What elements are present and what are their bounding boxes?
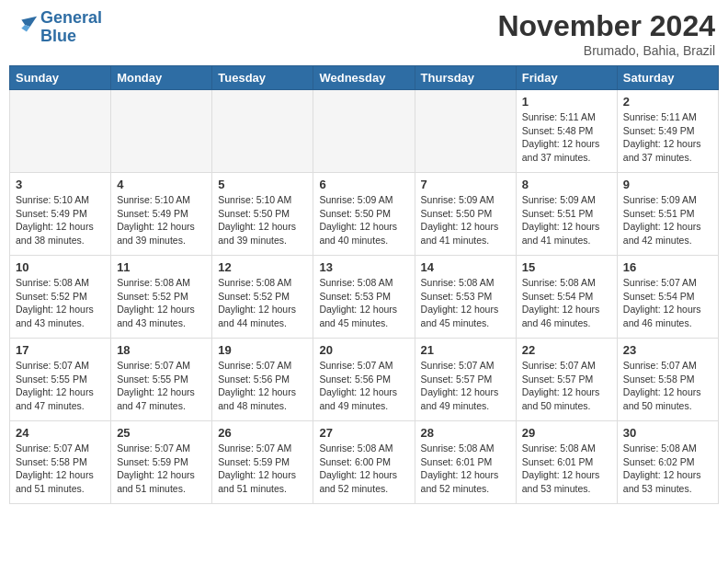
day-info: Sunrise: 5:10 AM Sunset: 5:49 PM Dayligh…: [117, 193, 206, 247]
logo-line2: Blue: [40, 28, 102, 46]
day-info: Sunrise: 5:07 AM Sunset: 5:54 PM Dayligh…: [623, 276, 712, 330]
day-info: Sunrise: 5:07 AM Sunset: 5:55 PM Dayligh…: [16, 359, 105, 413]
day-number: 25: [117, 426, 206, 440]
calendar-cell: 13Sunrise: 5:08 AM Sunset: 5:53 PM Dayli…: [313, 256, 415, 339]
calendar-cell: 2Sunrise: 5:11 AM Sunset: 5:49 PM Daylig…: [617, 90, 718, 173]
calendar-cell: 7Sunrise: 5:09 AM Sunset: 5:50 PM Daylig…: [415, 173, 516, 256]
day-info: Sunrise: 5:08 AM Sunset: 6:01 PM Dayligh…: [421, 442, 510, 496]
day-info: Sunrise: 5:07 AM Sunset: 5:56 PM Dayligh…: [319, 359, 408, 413]
month-title: November 2024: [497, 9, 715, 43]
week-row-2: 3Sunrise: 5:10 AM Sunset: 5:49 PM Daylig…: [10, 173, 719, 256]
week-row-1: 1Sunrise: 5:11 AM Sunset: 5:48 PM Daylig…: [10, 90, 719, 173]
page-header: General Blue November 2024 Brumado, Bahi…: [9, 9, 719, 58]
calendar-cell: 28Sunrise: 5:08 AM Sunset: 6:01 PM Dayli…: [415, 421, 516, 504]
day-info: Sunrise: 5:09 AM Sunset: 5:51 PM Dayligh…: [522, 193, 611, 247]
day-info: Sunrise: 5:08 AM Sunset: 5:54 PM Dayligh…: [522, 276, 611, 330]
day-number: 29: [522, 426, 611, 440]
day-info: Sunrise: 5:08 AM Sunset: 5:52 PM Dayligh…: [16, 276, 105, 330]
day-number: 18: [117, 343, 206, 357]
day-info: Sunrise: 5:11 AM Sunset: 5:48 PM Dayligh…: [522, 110, 611, 165]
calendar-cell: 5Sunrise: 5:10 AM Sunset: 5:50 PM Daylig…: [212, 173, 313, 256]
svg-marker-0: [21, 17, 37, 27]
logo-line1: General: [40, 9, 102, 28]
day-info: Sunrise: 5:08 AM Sunset: 5:52 PM Dayligh…: [218, 276, 307, 330]
logo-bird-icon: [13, 13, 39, 39]
weekday-header-saturday: Saturday: [617, 66, 718, 90]
calendar-cell: 3Sunrise: 5:10 AM Sunset: 5:49 PM Daylig…: [10, 173, 111, 256]
calendar-cell: 20Sunrise: 5:07 AM Sunset: 5:56 PM Dayli…: [313, 339, 415, 421]
day-info: Sunrise: 5:07 AM Sunset: 5:57 PM Dayligh…: [421, 359, 510, 413]
day-number: 7: [421, 178, 510, 191]
day-info: Sunrise: 5:08 AM Sunset: 6:00 PM Dayligh…: [319, 442, 408, 496]
weekday-header-thursday: Thursday: [415, 66, 516, 90]
calendar-cell: 1Sunrise: 5:11 AM Sunset: 5:48 PM Daylig…: [516, 90, 617, 173]
day-info: Sunrise: 5:07 AM Sunset: 5:56 PM Dayligh…: [218, 359, 307, 413]
day-number: 9: [623, 178, 712, 191]
calendar-cell: 9Sunrise: 5:09 AM Sunset: 5:51 PM Daylig…: [617, 173, 718, 256]
day-info: Sunrise: 5:09 AM Sunset: 5:50 PM Dayligh…: [319, 193, 408, 247]
calendar-cell: 6Sunrise: 5:09 AM Sunset: 5:50 PM Daylig…: [313, 173, 415, 256]
day-number: 11: [117, 260, 206, 274]
location: Brumado, Bahia, Brazil: [497, 43, 715, 58]
day-number: 27: [319, 426, 408, 440]
day-info: Sunrise: 5:08 AM Sunset: 5:53 PM Dayligh…: [319, 276, 408, 330]
day-number: 20: [319, 343, 408, 357]
calendar-cell: 25Sunrise: 5:07 AM Sunset: 5:59 PM Dayli…: [111, 421, 212, 504]
calendar-cell: 8Sunrise: 5:09 AM Sunset: 5:51 PM Daylig…: [516, 173, 617, 256]
day-number: 10: [16, 260, 105, 274]
day-number: 14: [421, 260, 510, 274]
calendar-cell: 16Sunrise: 5:07 AM Sunset: 5:54 PM Dayli…: [617, 256, 718, 339]
day-number: 13: [319, 260, 408, 274]
day-number: 15: [522, 260, 611, 274]
calendar-cell: [212, 90, 313, 173]
day-number: 6: [319, 178, 408, 191]
calendar-cell: 15Sunrise: 5:08 AM Sunset: 5:54 PM Dayli…: [516, 256, 617, 339]
calendar-cell: 22Sunrise: 5:07 AM Sunset: 5:57 PM Dayli…: [516, 339, 617, 421]
weekday-header-wednesday: Wednesday: [313, 66, 415, 90]
day-info: Sunrise: 5:07 AM Sunset: 5:59 PM Dayligh…: [117, 442, 206, 496]
calendar-cell: 14Sunrise: 5:08 AM Sunset: 5:53 PM Dayli…: [415, 256, 516, 339]
calendar-cell: [415, 90, 516, 173]
day-number: 30: [623, 426, 712, 440]
weekday-header-sunday: Sunday: [10, 66, 111, 90]
calendar-cell: 29Sunrise: 5:08 AM Sunset: 6:01 PM Dayli…: [516, 421, 617, 504]
day-number: 1: [522, 95, 611, 109]
calendar-cell: 11Sunrise: 5:08 AM Sunset: 5:52 PM Dayli…: [111, 256, 212, 339]
calendar-cell: 10Sunrise: 5:08 AM Sunset: 5:52 PM Dayli…: [10, 256, 111, 339]
week-row-3: 10Sunrise: 5:08 AM Sunset: 5:52 PM Dayli…: [10, 256, 719, 339]
calendar-cell: 4Sunrise: 5:10 AM Sunset: 5:49 PM Daylig…: [111, 173, 212, 256]
day-number: 8: [522, 178, 611, 191]
day-number: 17: [16, 343, 105, 357]
day-number: 16: [623, 260, 712, 274]
day-info: Sunrise: 5:11 AM Sunset: 5:49 PM Dayligh…: [623, 110, 712, 165]
calendar-cell: 19Sunrise: 5:07 AM Sunset: 5:56 PM Dayli…: [212, 339, 313, 421]
calendar-cell: [111, 90, 212, 173]
calendar-cell: 26Sunrise: 5:07 AM Sunset: 5:59 PM Dayli…: [212, 421, 313, 504]
weekday-header-row: SundayMondayTuesdayWednesdayThursdayFrid…: [10, 66, 719, 90]
day-number: 21: [421, 343, 510, 357]
day-info: Sunrise: 5:07 AM Sunset: 5:55 PM Dayligh…: [117, 359, 206, 413]
day-number: 24: [16, 426, 105, 440]
day-number: 22: [522, 343, 611, 357]
day-number: 4: [117, 178, 206, 191]
calendar-cell: 17Sunrise: 5:07 AM Sunset: 5:55 PM Dayli…: [10, 339, 111, 421]
calendar-cell: 12Sunrise: 5:08 AM Sunset: 5:52 PM Dayli…: [212, 256, 313, 339]
day-info: Sunrise: 5:10 AM Sunset: 5:50 PM Dayligh…: [218, 193, 307, 247]
day-info: Sunrise: 5:09 AM Sunset: 5:51 PM Dayligh…: [623, 193, 712, 247]
day-number: 23: [623, 343, 712, 357]
day-number: 12: [218, 260, 307, 274]
weekday-header-monday: Monday: [111, 66, 212, 90]
calendar-cell: [10, 90, 111, 173]
weekday-header-tuesday: Tuesday: [212, 66, 313, 90]
week-row-5: 24Sunrise: 5:07 AM Sunset: 5:58 PM Dayli…: [10, 421, 719, 504]
week-row-4: 17Sunrise: 5:07 AM Sunset: 5:55 PM Dayli…: [10, 339, 719, 421]
day-info: Sunrise: 5:10 AM Sunset: 5:49 PM Dayligh…: [16, 193, 105, 247]
day-info: Sunrise: 5:08 AM Sunset: 6:01 PM Dayligh…: [522, 442, 611, 496]
day-info: Sunrise: 5:08 AM Sunset: 5:52 PM Dayligh…: [117, 276, 206, 330]
day-info: Sunrise: 5:09 AM Sunset: 5:50 PM Dayligh…: [421, 193, 510, 247]
calendar-cell: 24Sunrise: 5:07 AM Sunset: 5:58 PM Dayli…: [10, 421, 111, 504]
day-number: 5: [218, 178, 307, 191]
day-number: 19: [218, 343, 307, 357]
title-block: November 2024 Brumado, Bahia, Brazil: [497, 9, 715, 58]
calendar-cell: 27Sunrise: 5:08 AM Sunset: 6:00 PM Dayli…: [313, 421, 415, 504]
